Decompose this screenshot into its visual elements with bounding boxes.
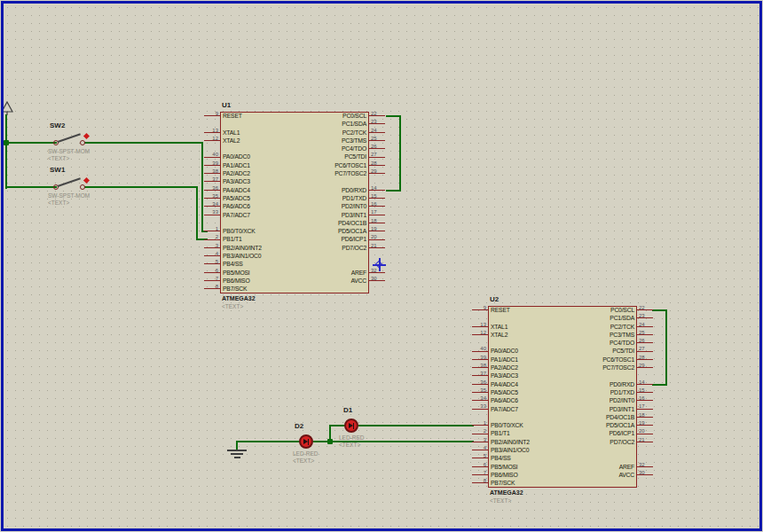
pin-row[interactable]: 9 RESET <box>472 306 562 314</box>
wire-segment[interactable] <box>329 425 345 426</box>
pin-name: PD4/OC1B <box>295 219 369 227</box>
wire-segment[interactable] <box>5 186 57 188</box>
pin-name: PB0/T0/XCK <box>488 421 562 429</box>
sw2-actuator-marker[interactable] <box>83 133 90 139</box>
component-u1[interactable]: U1 9 RESET 13 XTAL1 12 <box>204 112 385 316</box>
wire-segment[interactable] <box>5 114 7 189</box>
pin-name: PC6/TOSC1 <box>295 161 369 169</box>
junction-dot <box>327 439 333 444</box>
pin-row[interactable]: 29 PC7/TOSC2 <box>562 364 653 372</box>
pin-name: PA6/ADC6 <box>488 396 562 404</box>
u1-right-pins: 22 PC0/SCL 23 PC1/SDA 24 PC2/TCK 25 PC3/… <box>295 112 385 293</box>
wire-segment[interactable] <box>665 309 667 386</box>
pin-name: PA0/ADC0 <box>488 347 562 355</box>
sw1-ref-label: SW1 <box>50 166 65 174</box>
pin-name: PD7/OC2 <box>562 438 637 446</box>
pin-name: PA2/ADC2 <box>488 364 562 372</box>
sw2-lever[interactable] <box>58 133 81 142</box>
sw1-lever[interactable] <box>58 177 81 186</box>
pin-name: PD6/ICP1 <box>295 235 369 243</box>
pin-name: PC5/TDI <box>295 153 369 160</box>
pin-name: PC3/TMS <box>295 137 369 145</box>
pin-name: XTAL1 <box>488 323 562 331</box>
pin-name: PB1/T1 <box>220 235 295 243</box>
ground-terminal-icon[interactable] <box>227 450 247 451</box>
pin-row[interactable]: 8 PB7/SCK <box>472 479 562 487</box>
pin-row[interactable]: 9 RESET <box>204 112 295 120</box>
wire-segment[interactable] <box>84 142 203 144</box>
component-u2[interactable]: U2 9 RESET 13 XTAL1 12 <box>472 306 653 510</box>
component-d2-led[interactable] <box>299 434 313 449</box>
pin-name: PA7/ADC7 <box>488 405 562 413</box>
pin-name: PB3/AIN1/OC0 <box>220 252 295 260</box>
wire-segment[interactable] <box>236 441 300 442</box>
wire-segment[interactable] <box>652 384 667 386</box>
sw2-ref-label: SW2 <box>50 121 65 129</box>
pin-name <box>295 260 369 268</box>
pin-name: AREF <box>562 463 637 471</box>
pin-number <box>369 252 385 260</box>
sw1-text-label: <TEXT> <box>48 200 69 206</box>
pin-row[interactable]: 30 AVCC <box>562 471 653 479</box>
pin-name: PA4/ADC4 <box>488 380 562 388</box>
pin-name <box>562 446 637 454</box>
pin-number <box>637 479 653 487</box>
pin-name: RESET <box>488 306 562 314</box>
pin-row[interactable]: 12 XTAL2 <box>472 331 562 339</box>
wire-segment[interactable] <box>201 142 203 232</box>
diode-bar-icon <box>308 439 310 445</box>
pin-name: PD3/INT1 <box>295 211 369 219</box>
diode-bar-icon <box>353 423 355 429</box>
pin-number: 21 <box>369 244 385 252</box>
u1-value-label: ATMEGA32 <box>222 295 256 301</box>
pin-row[interactable]: 30 AVCC <box>295 277 385 285</box>
pin-row[interactable] <box>295 285 385 293</box>
pin-name: PB4/SS <box>220 260 295 268</box>
d2-value-label: LED-RED <box>293 450 319 457</box>
pin-row[interactable]: 29 PC7/TOSC2 <box>295 169 385 177</box>
ground-terminal-icon <box>231 453 243 455</box>
pin-name: PA1/ADC1 <box>220 161 295 169</box>
pin-name: PC2/TCK <box>295 129 369 137</box>
wire-segment[interactable] <box>313 441 474 442</box>
pin-name: PC4/TDO <box>562 339 637 347</box>
pin-name: XTAL2 <box>220 137 295 145</box>
schematic-canvas[interactable]: SW2 SW-SPST-MOM <TEXT> SW1 SW-SPST-MOM <… <box>0 0 763 532</box>
sw2-text-label: <TEXT> <box>48 155 69 161</box>
pin-name: PC6/TOSC1 <box>562 356 637 364</box>
pin-name <box>562 372 637 379</box>
wire-segment[interactable] <box>358 425 474 426</box>
pin-name: PA3/ADC3 <box>220 177 295 185</box>
wire-segment[interactable] <box>196 186 198 240</box>
pin-row[interactable]: 33 PA7/ADC7 <box>472 405 562 413</box>
component-d1-led[interactable] <box>344 419 358 433</box>
pin-row[interactable]: 33 PA7/ADC7 <box>204 211 295 219</box>
pin-row[interactable]: 8 PB7/SCK <box>204 285 295 293</box>
pin-name: PD1/TXD <box>562 388 637 396</box>
pin-name: PD5/OC1A <box>295 227 369 235</box>
pin-name: PB2/AIN0/INT2 <box>488 438 562 446</box>
sw1-actuator-marker[interactable] <box>83 177 90 184</box>
junction-dot <box>4 140 9 145</box>
sw2-terminal[interactable] <box>80 140 85 145</box>
pin-name: PA7/ADC7 <box>220 211 295 219</box>
pin-name: PD1/TXD <box>295 194 369 202</box>
pin-row[interactable] <box>562 479 653 487</box>
pin-row[interactable]: 12 XTAL2 <box>204 137 295 145</box>
pin-name: PB2/AIN0/INT2 <box>220 244 295 252</box>
pin-row[interactable]: 21 PD7/OC2 <box>562 438 653 446</box>
d2-ref-label: D2 <box>295 422 303 430</box>
wire-segment[interactable] <box>399 115 401 192</box>
pin-name: PD6/ICP1 <box>562 429 637 437</box>
wire-segment[interactable] <box>5 142 57 144</box>
pin-name: PB7/SCK <box>220 285 295 293</box>
power-terminal-icon[interactable] <box>1 101 13 116</box>
ground-terminal-icon <box>234 457 240 458</box>
pin-row[interactable] <box>562 446 653 454</box>
pin-row[interactable] <box>295 252 385 260</box>
pin-row[interactable]: 21 PD7/OC2 <box>295 244 385 252</box>
wire-segment[interactable] <box>386 190 401 192</box>
wire-segment[interactable] <box>84 186 198 188</box>
d1-value-label: LED-RED <box>339 434 365 441</box>
sw1-terminal[interactable] <box>80 184 85 190</box>
